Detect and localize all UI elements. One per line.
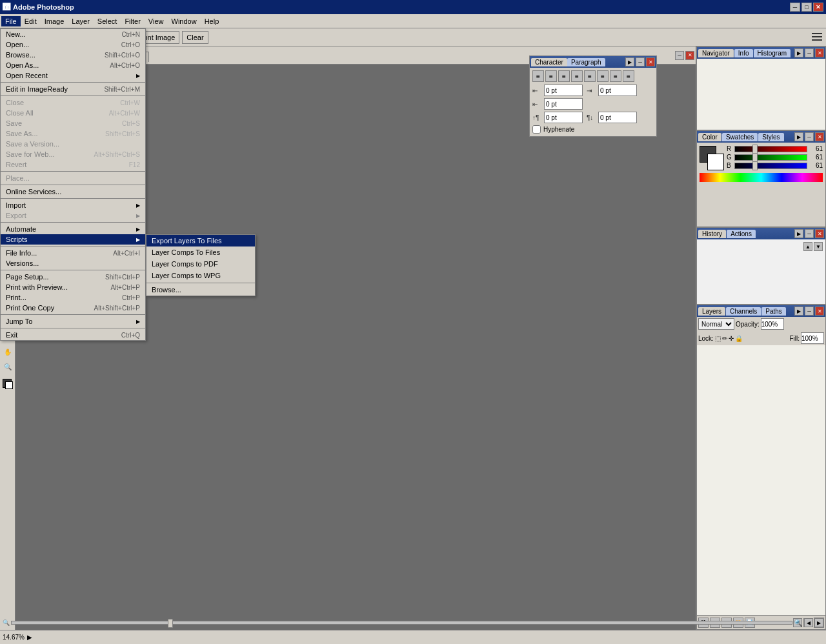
menu-revert[interactable]: RevertF12 (1, 159, 145, 170)
menu-close[interactable]: CloseCtrl+W (1, 97, 145, 108)
menu-edit[interactable]: Edit (21, 16, 41, 26)
indent-first-input[interactable] (544, 98, 583, 110)
paragraph-tab[interactable]: Paragraph (567, 58, 605, 66)
layers-menu-btn[interactable]: ▶ (794, 307, 803, 316)
info-tab[interactable]: Info (734, 49, 753, 57)
align-justify4[interactable]: ≡ (610, 70, 621, 82)
menu-file[interactable]: File (1, 16, 21, 26)
maximize-button[interactable]: □ (801, 3, 812, 12)
tool-zoom[interactable]: 🔍 (1, 359, 15, 374)
menu-view[interactable]: View (145, 16, 168, 26)
space-before-input[interactable] (544, 112, 583, 123)
blend-mode-select[interactable]: Normal Multiply Screen (698, 318, 734, 330)
menu-print[interactable]: Print...Ctrl+P (1, 292, 145, 303)
menu-jump-to[interactable]: Jump To▶ (1, 316, 145, 327)
panel-menu-btn[interactable]: ▶ (794, 48, 803, 57)
r-slider-thumb[interactable] (752, 145, 758, 154)
script-layer-comps-wpg[interactable]: Layer Comps to WPG (146, 270, 255, 281)
r-slider-track[interactable] (734, 146, 807, 152)
menu-filter[interactable]: Filter (121, 16, 144, 26)
menu-help[interactable]: Help (201, 16, 223, 26)
menu-place[interactable]: Place... (1, 173, 145, 183)
menu-save[interactable]: SaveCtrl+S (1, 118, 145, 128)
menu-scripts[interactable]: Scripts▶ (1, 234, 145, 245)
channels-tab[interactable]: Channels (726, 307, 761, 316)
swatches-tab[interactable]: Swatches (722, 133, 758, 141)
menu-file-info[interactable]: File Info...Alt+Ctrl+I (1, 248, 145, 258)
menu-edit-imageready[interactable]: Edit in ImageReadyShift+Ctrl+M (1, 84, 145, 94)
indent-right-input[interactable] (598, 85, 637, 96)
menu-automate[interactable]: Automate▶ (1, 224, 145, 234)
menu-new[interactable]: New...Ctrl+N (1, 29, 145, 39)
menu-save-version[interactable]: Save a Version... (1, 139, 145, 149)
char-minimize-btn[interactable]: ─ (636, 57, 645, 66)
layers-close-btn[interactable]: ✕ (815, 307, 824, 316)
zoom-slider[interactable] (11, 621, 792, 625)
script-browse[interactable]: Browse... (146, 283, 255, 296)
nav-scroll-right[interactable]: ▶ (814, 618, 823, 627)
panel-minimize-btn[interactable]: ─ (805, 48, 814, 57)
background-color[interactable] (707, 154, 724, 170)
character-tab[interactable]: Character (531, 58, 567, 66)
menu-page-setup[interactable]: Page Setup...Shift+Ctrl+P (1, 272, 145, 282)
char-menu-btn[interactable]: ▶ (625, 57, 634, 66)
layers-minimize-btn[interactable]: ─ (805, 307, 814, 316)
menu-browse[interactable]: Browse...Shift+Ctrl+O (1, 50, 145, 60)
tool-hand[interactable]: ✋ (1, 345, 15, 359)
history-tab[interactable]: History (698, 230, 726, 238)
menu-online[interactable]: Online Services... (1, 186, 145, 197)
menu-save-web[interactable]: Save for Web...Alt+Shift+Ctrl+S (1, 149, 145, 159)
b-slider-thumb[interactable] (752, 161, 758, 170)
layers-tab[interactable]: Layers (698, 307, 725, 316)
char-close-btn[interactable]: ✕ (646, 57, 655, 66)
lock-transparent-icon[interactable]: ⬚ (715, 335, 721, 342)
color-spectrum[interactable] (700, 173, 823, 182)
top-panel-minimize[interactable]: ─ (675, 51, 684, 60)
menu-import[interactable]: Import▶ (1, 200, 145, 210)
menu-open-recent[interactable]: Open Recent▶ (1, 70, 145, 81)
menu-image[interactable]: Image (41, 16, 68, 26)
history-minimize-btn[interactable]: ─ (805, 229, 814, 238)
menu-close-all[interactable]: Close AllAlt+Ctrl+W (1, 108, 145, 118)
hyphenate-checkbox[interactable] (532, 125, 541, 134)
history-menu-btn[interactable]: ▶ (794, 229, 803, 238)
opacity-input[interactable] (761, 318, 784, 330)
menu-versions[interactable]: Versions... (1, 258, 145, 268)
indent-left-input[interactable] (544, 85, 583, 96)
zoom-out-icon[interactable]: 🔍 (3, 619, 10, 626)
fill-input[interactable] (801, 332, 824, 344)
script-layer-comps-pdf[interactable]: Layer Comps to PDF (146, 258, 255, 270)
lock-all-icon[interactable]: 🔒 (735, 335, 743, 342)
align-justify5[interactable]: ≡ (623, 70, 634, 82)
styles-tab[interactable]: Styles (758, 133, 783, 141)
menu-exit[interactable]: ExitCtrl+Q (1, 330, 145, 340)
actions-tab[interactable]: Actions (727, 230, 756, 238)
zoom-in-icon[interactable]: 🔍 (794, 619, 803, 627)
clear-button[interactable]: Clear (182, 31, 208, 44)
menu-select[interactable]: Select (94, 16, 121, 26)
g-slider-thumb[interactable] (752, 153, 758, 162)
panel-close-btn[interactable]: ✕ (815, 48, 824, 57)
histogram-tab[interactable]: Histogram (754, 49, 791, 57)
status-arrow[interactable]: ▶ (27, 634, 32, 641)
lock-paint-icon[interactable]: ✏ (722, 335, 727, 342)
history-scroll-down[interactable]: ▼ (814, 242, 823, 251)
align-justify2[interactable]: ≡ (584, 70, 596, 82)
color-tab[interactable]: Color (698, 133, 721, 141)
script-layer-comps-files[interactable]: Layer Comps To Files (146, 247, 255, 258)
menu-window[interactable]: Window (168, 16, 201, 26)
menu-save-as[interactable]: Save As...Shift+Ctrl+S (1, 128, 145, 139)
history-scroll-up[interactable]: ▲ (803, 242, 812, 251)
zoom-thumb[interactable] (168, 619, 173, 628)
color-menu-btn[interactable]: ▶ (794, 132, 803, 141)
nav-scroll-left[interactable]: ◀ (804, 618, 813, 627)
navigator-tab[interactable]: Navigator (698, 49, 734, 57)
tool-foreground[interactable] (1, 377, 15, 391)
menu-export[interactable]: Export▶ (1, 210, 145, 221)
align-right[interactable]: ≡ (558, 70, 570, 82)
menu-layer[interactable]: Layer (68, 16, 94, 26)
g-slider-track[interactable] (734, 154, 807, 161)
color-minimize-btn[interactable]: ─ (805, 132, 814, 141)
paths-tab[interactable]: Paths (761, 307, 786, 316)
menu-print-one[interactable]: Print One CopyAlt+Shift+Ctrl+P (1, 303, 145, 313)
